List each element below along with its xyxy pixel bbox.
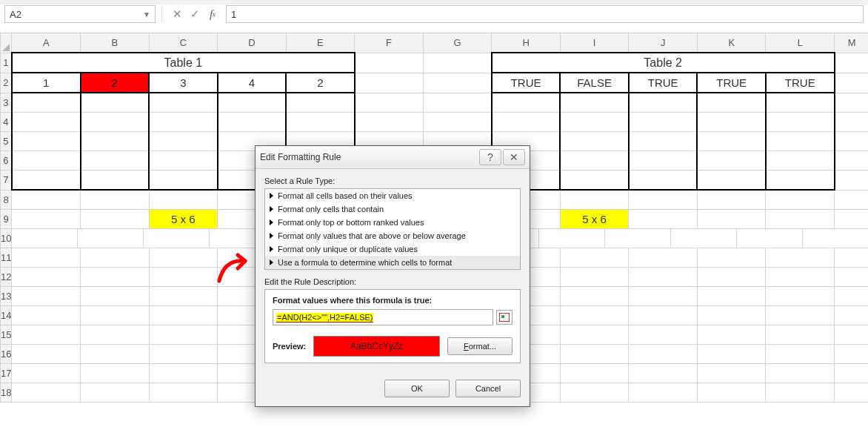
cell[interactable] — [629, 190, 698, 210]
cell[interactable] — [697, 190, 766, 210]
cell[interactable] — [149, 190, 218, 210]
cell-A2[interactable]: 1 — [12, 73, 81, 93]
col-header[interactable]: H — [492, 33, 561, 53]
name-box[interactable]: A2 ▼ — [4, 5, 156, 23]
rule-type-item[interactable]: Format only top or bottom ranked values — [265, 216, 520, 229]
row-header[interactable]: 1 — [1, 53, 12, 73]
cell[interactable] — [12, 248, 81, 268]
cell-E2[interactable]: 2 — [286, 73, 355, 93]
cell[interactable] — [12, 287, 81, 306]
cell[interactable] — [671, 229, 737, 248]
cell[interactable] — [560, 190, 629, 210]
cancel-formula-icon[interactable]: ✕ — [168, 6, 186, 22]
cell[interactable] — [149, 268, 218, 287]
cell-H2[interactable]: TRUE — [492, 73, 561, 93]
cell[interactable] — [218, 113, 287, 132]
cell[interactable] — [605, 229, 671, 248]
cell-C9[interactable]: 5 x 6 — [149, 210, 218, 229]
cell[interactable] — [697, 93, 766, 113]
cell[interactable] — [492, 113, 561, 132]
cell[interactable] — [766, 325, 835, 345]
cell[interactable] — [629, 325, 698, 345]
name-box-dropdown-icon[interactable]: ▼ — [143, 10, 150, 19]
row-header[interactable]: 8 — [1, 190, 12, 210]
rule-type-item[interactable]: Format only values that are above or bel… — [265, 229, 520, 242]
cell[interactable] — [12, 151, 81, 171]
cell[interactable] — [423, 53, 492, 73]
cell[interactable] — [539, 229, 605, 248]
cell[interactable] — [697, 151, 766, 171]
cell[interactable] — [78, 229, 144, 248]
cell[interactable] — [81, 248, 150, 268]
cell[interactable] — [766, 268, 835, 287]
row-header[interactable]: 2 — [1, 73, 12, 93]
select-all-triangle[interactable] — [1, 33, 12, 53]
cell[interactable] — [81, 268, 150, 287]
cell[interactable] — [355, 93, 424, 113]
cell[interactable] — [766, 287, 835, 306]
row-header[interactable]: 17 — [1, 364, 12, 383]
cell[interactable] — [560, 268, 629, 287]
cell[interactable] — [560, 345, 629, 364]
cell[interactable] — [12, 345, 81, 364]
col-header[interactable]: L — [766, 33, 835, 53]
row-header[interactable]: 16 — [1, 345, 12, 364]
cell[interactable] — [355, 113, 424, 132]
rule-type-item[interactable]: Format all cells based on their values — [265, 189, 520, 202]
cell[interactable] — [766, 190, 835, 210]
table2-title[interactable]: Table 2 — [492, 53, 835, 73]
cell[interactable] — [766, 345, 835, 364]
cell[interactable] — [355, 73, 424, 93]
cell[interactable] — [835, 364, 868, 383]
cell[interactable] — [766, 383, 835, 403]
cancel-button[interactable]: Cancel — [455, 380, 521, 397]
cell[interactable] — [835, 151, 868, 171]
cell[interactable] — [697, 268, 766, 287]
cell[interactable] — [766, 93, 835, 113]
row-header[interactable]: 4 — [1, 113, 12, 132]
dialog-titlebar[interactable]: Edit Formatting Rule ? ✕ — [256, 146, 530, 169]
cell[interactable] — [629, 306, 698, 325]
cell[interactable] — [492, 93, 561, 113]
rule-type-item[interactable]: Format only cells that contain — [265, 202, 520, 216]
cell[interactable] — [423, 93, 492, 113]
col-header[interactable]: D — [218, 33, 287, 53]
cell-J2[interactable]: TRUE — [629, 73, 698, 93]
col-header[interactable]: I — [560, 33, 629, 53]
cell[interactable] — [423, 113, 492, 132]
cell[interactable] — [81, 325, 150, 345]
cell[interactable] — [149, 93, 218, 113]
cell[interactable] — [697, 287, 766, 306]
cell[interactable] — [560, 306, 629, 325]
cell[interactable] — [149, 345, 218, 364]
cell[interactable] — [423, 73, 492, 93]
cell[interactable] — [560, 248, 629, 268]
cell[interactable] — [629, 171, 698, 191]
rule-type-item[interactable]: Format only unique or duplicate values — [265, 242, 520, 256]
cell[interactable] — [12, 383, 81, 403]
col-header[interactable]: M — [835, 33, 868, 53]
row-header[interactable]: 18 — [1, 383, 12, 403]
cell-I2[interactable]: FALSE — [560, 73, 629, 93]
cell[interactable] — [149, 325, 218, 345]
cell[interactable] — [697, 383, 766, 403]
cell-L2[interactable]: TRUE — [766, 73, 835, 93]
cell[interactable] — [629, 268, 698, 287]
cell[interactable] — [835, 93, 868, 113]
cell[interactable] — [149, 364, 218, 383]
table1-title[interactable]: Table 1 — [12, 53, 355, 73]
row-header[interactable]: 3 — [1, 93, 12, 113]
fx-icon[interactable]: fx — [204, 6, 221, 22]
cell[interactable] — [629, 93, 698, 113]
cell[interactable] — [766, 171, 835, 191]
cell[interactable] — [766, 364, 835, 383]
cell[interactable] — [629, 151, 698, 171]
confirm-formula-icon[interactable]: ✓ — [186, 6, 204, 22]
cell[interactable] — [629, 364, 698, 383]
cell[interactable] — [697, 132, 766, 151]
cell[interactable] — [12, 113, 81, 132]
cell[interactable] — [629, 287, 698, 306]
cell[interactable] — [81, 93, 150, 113]
cell[interactable] — [835, 73, 868, 93]
cell[interactable] — [737, 229, 803, 248]
